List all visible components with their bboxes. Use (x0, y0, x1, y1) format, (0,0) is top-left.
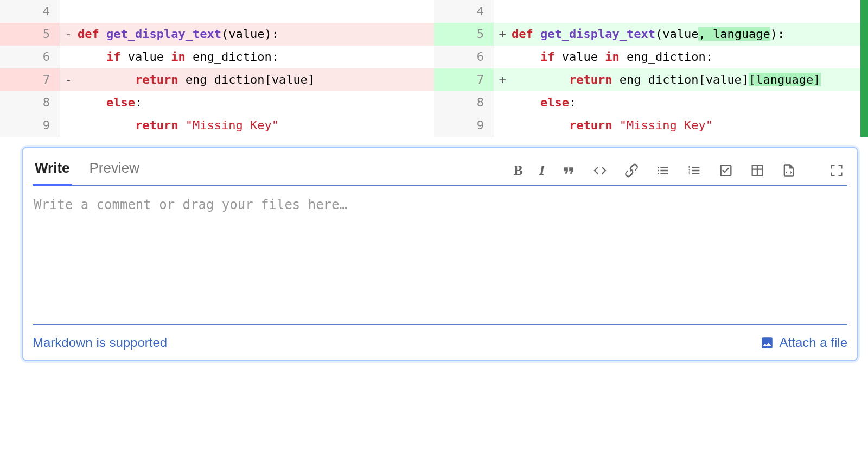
comment-textarea[interactable] (33, 186, 847, 322)
diff-line[interactable]: 8 else: (434, 91, 868, 114)
diff-line[interactable]: 8 else: (0, 91, 434, 114)
diff-marker (60, 0, 76, 23)
diff-left-side: 45-def get_display_text(value):6 if valu… (0, 0, 434, 137)
link-icon[interactable] (624, 163, 639, 178)
diff-marker: - (60, 23, 76, 46)
comment-editor: Write Preview B I Markdown is supported … (22, 147, 858, 361)
code-content: if value in eng_diction: (76, 46, 434, 68)
editor-footer: Markdown is supported Attach a file (33, 335, 847, 350)
diff-right-side: 45+def get_display_text(value, language)… (434, 0, 868, 137)
tab-write[interactable]: Write (33, 155, 72, 186)
diff-line[interactable]: 5-def get_display_text(value): (0, 23, 434, 46)
checklist-icon[interactable] (718, 163, 733, 178)
code-content: return eng_diction[value][language] (510, 68, 868, 91)
diff-line[interactable]: 7+ return eng_diction[value][language] (434, 68, 868, 91)
diff-marker: + (494, 68, 510, 91)
line-number: 4 (0, 0, 60, 23)
diff-view: 45-def get_display_text(value):6 if valu… (0, 0, 868, 137)
diff-marker (60, 114, 76, 137)
attach-file-link[interactable]: Attach a file (760, 335, 847, 350)
editor-tabs: Write Preview (33, 155, 142, 185)
diff-marker (494, 46, 510, 68)
diff-line[interactable]: 9 return "Missing Key" (434, 114, 868, 137)
line-number: 7 (0, 68, 60, 91)
snippet-icon[interactable] (781, 163, 796, 178)
line-number: 7 (434, 68, 494, 91)
line-number: 5 (0, 23, 60, 46)
markdown-help-link[interactable]: Markdown is supported (33, 335, 167, 350)
diff-line[interactable]: 6 if value in eng_diction: (0, 46, 434, 68)
ordered-list-icon[interactable] (687, 163, 702, 178)
code-content: else: (76, 91, 434, 114)
diff-marker (494, 0, 510, 23)
code-content: def get_display_text(value): (76, 23, 434, 46)
code-content: def get_display_text(value, language): (510, 23, 868, 46)
line-number: 4 (434, 0, 494, 23)
code-content: return "Missing Key" (76, 114, 434, 137)
quote-icon[interactable] (561, 163, 576, 178)
diff-marker: - (60, 68, 76, 91)
line-number: 8 (0, 91, 60, 114)
italic-icon[interactable]: I (539, 162, 545, 179)
code-content: return "Missing Key" (510, 114, 868, 137)
table-icon[interactable] (750, 163, 765, 178)
diff-marker (494, 114, 510, 137)
diff-line[interactable]: 7- return eng_diction[value] (0, 68, 434, 91)
line-number: 9 (434, 114, 494, 137)
code-content (510, 0, 868, 23)
diff-marker (494, 91, 510, 114)
unordered-list-icon[interactable] (655, 163, 671, 178)
bold-icon[interactable]: B (514, 162, 523, 179)
diff-marker: + (494, 23, 510, 46)
code-content (76, 0, 434, 23)
image-icon (760, 336, 774, 350)
line-number: 6 (0, 46, 60, 68)
divider (33, 324, 847, 325)
line-number: 9 (0, 114, 60, 137)
fullscreen-icon[interactable] (829, 163, 844, 178)
diff-line[interactable]: 4 (434, 0, 868, 23)
diff-line[interactable]: 9 return "Missing Key" (0, 114, 434, 137)
diff-line[interactable]: 4 (0, 0, 434, 23)
line-number: 5 (434, 23, 494, 46)
diff-line[interactable]: 5+def get_display_text(value, language): (434, 23, 868, 46)
line-number: 8 (434, 91, 494, 114)
diff-marker (60, 91, 76, 114)
diff-line[interactable]: 6 if value in eng_diction: (434, 46, 868, 68)
editor-tabs-row: Write Preview B I (33, 155, 847, 186)
code-content: if value in eng_diction: (510, 46, 868, 68)
code-content: else: (510, 91, 868, 114)
attach-file-label: Attach a file (780, 335, 847, 350)
diff-marker (60, 46, 76, 68)
code-icon[interactable] (592, 163, 608, 178)
line-number: 6 (434, 46, 494, 68)
code-content: return eng_diction[value] (76, 68, 434, 91)
tab-preview[interactable]: Preview (87, 155, 142, 185)
diff-scroll-indicator (860, 0, 868, 137)
editor-toolbar: B I (514, 162, 847, 179)
